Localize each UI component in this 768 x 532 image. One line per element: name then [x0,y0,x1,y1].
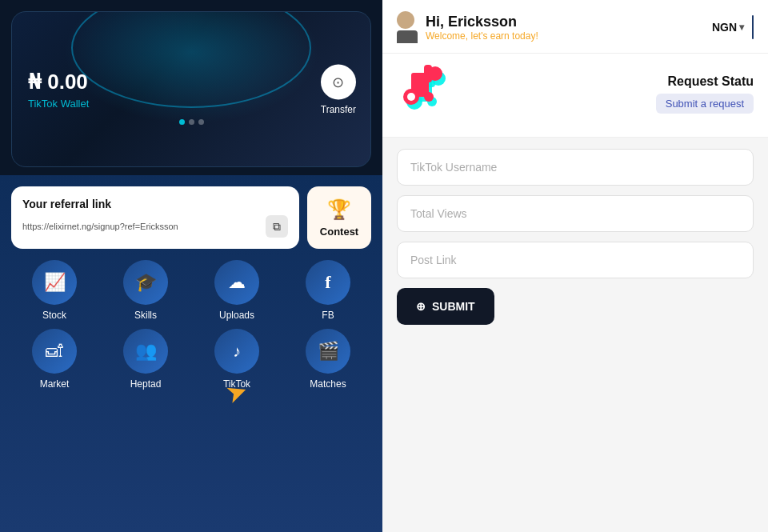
uploads-icon: ☁ [228,272,246,293]
svg-point-9 [428,66,442,81]
chevron-down-icon: ▾ [739,22,744,33]
skills-label: Skills [134,310,157,321]
icons-grid: 📈 Stock 🎓 Skills ☁ Uploads f FB [11,260,371,390]
request-area: Request Statu Submit a request [382,54,768,138]
fb-icon: f [325,272,330,293]
tiktok-logo-area [397,62,461,126]
uploads-label: Uploads [219,310,254,321]
wallet-dot [189,119,194,125]
contest-icon: 🏆 [327,198,351,221]
contest-card[interactable]: 🏆 Contest [307,186,371,249]
tiktok-icon: ♪ [233,342,241,361]
submit-label: SUBMIT [432,300,475,313]
icon-item-fb[interactable]: f FB [285,260,371,321]
left-bottom: Your referral link https://elixirnet.ng/… [0,175,382,532]
stock-label: Stock [42,310,66,321]
wallet-label: TikTok Wallet [28,98,354,110]
request-status: Request Statu Submit a request [656,74,754,114]
submit-icon: ⊕ [416,300,426,313]
heptad-icon: 👥 [135,341,157,362]
avatar-area: Hi, Ericksson Welcome, let's earn today! [397,11,538,43]
icon-item-uploads[interactable]: ☁ Uploads [194,260,280,321]
skills-icon-circle: 🎓 [123,260,168,305]
fb-label: FB [322,310,334,321]
matches-label: Matches [310,378,346,390]
contest-label: Contest [320,226,358,238]
matches-icon: 🎬 [318,341,339,362]
greeting-sub: Welcome, let's earn today! [426,30,538,42]
svg-point-7 [424,92,434,102]
wallet-amount: ₦ 0.00 [28,70,354,94]
avatar [397,11,418,43]
right-header: Hi, Ericksson Welcome, let's earn today!… [382,0,768,54]
svg-point-10 [407,93,415,101]
stock-icon: 📈 [44,272,66,293]
post-link-input[interactable] [397,242,754,278]
icon-item-skills[interactable]: 🎓 Skills [102,260,189,321]
wallet-dots [28,119,354,125]
uploads-icon-circle: ☁ [214,260,259,305]
tiktok-label: TikTok [223,378,250,390]
left-panel: ₦ 0.00 TikTok Wallet ⊙ Transfer Your ref… [0,0,382,532]
total-views-input[interactable] [397,195,754,232]
tiktok-logo [397,62,461,126]
icon-item-stock[interactable]: 📈 Stock [11,260,98,321]
currency-selector[interactable]: NGN ▾ [712,21,744,34]
fb-icon-circle: f [306,260,350,305]
transfer-button[interactable]: ⊙ Transfer [321,64,356,114]
matches-icon-circle: 🎬 [306,329,350,374]
request-status-title: Request Statu [656,74,754,89]
greeting-hi: Hi, Ericksson [426,14,538,30]
greeting-area: Hi, Ericksson Welcome, let's earn today! [426,14,538,42]
avatar-head [397,11,414,29]
form-area: ⊕ SUBMIT [382,138,768,532]
submit-request-link[interactable]: Submit a request [656,94,754,114]
market-icon-circle: 🛋 [32,329,77,374]
transfer-icon: ⊙ [321,64,356,99]
transfer-label: Transfer [321,103,356,114]
right-panel: Hi, Ericksson Welcome, let's earn today!… [382,0,768,532]
wallet-card: ₦ 0.00 TikTok Wallet ⊙ Transfer [11,11,371,167]
market-label: Market [40,378,70,390]
avatar-body [397,30,418,43]
stock-icon-circle: 📈 [32,260,77,305]
copy-icon[interactable]: ⧉ [266,215,288,238]
referral-card: Your referral link https://elixirnet.ng/… [11,186,299,249]
tiktok-icon-circle: ♪ [214,329,259,374]
skills-icon: 🎓 [135,272,157,293]
referral-url: https://elixirnet.ng/signup?ref=Ericksso… [22,222,178,231]
submit-button[interactable]: ⊕ SUBMIT [397,288,494,325]
referral-title: Your referral link [22,198,288,210]
icon-item-tiktok[interactable]: ♪ ➤ TikTok [194,329,280,390]
icon-item-matches[interactable]: 🎬 Matches [285,329,371,390]
currency-label: NGN [712,21,737,34]
market-icon: 🛋 [46,341,63,362]
tiktok-username-input[interactable] [397,149,754,186]
referral-row: Your referral link https://elixirnet.ng/… [11,186,371,249]
icon-item-market[interactable]: 🛋 Market [11,329,98,390]
icon-item-heptad[interactable]: 👥 Heptad [102,329,189,390]
heptad-label: Heptad [130,378,162,390]
referral-link-row: https://elixirnet.ng/signup?ref=Ericksso… [22,215,288,238]
header-right: NGN ▾ [712,15,754,39]
heptad-icon-circle: 👥 [123,329,168,374]
wallet-dot [198,119,204,125]
header-divider [752,15,754,39]
wallet-dot-active [179,119,185,125]
